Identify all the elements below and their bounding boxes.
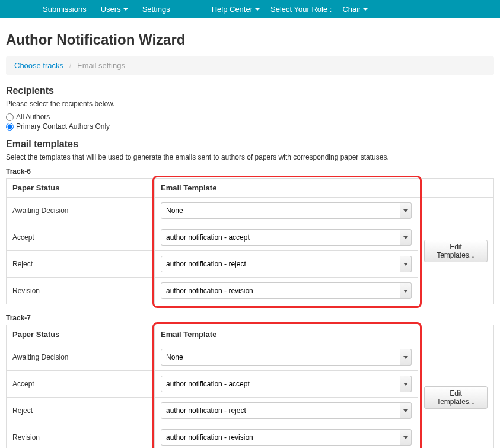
email-template-cell: author notification - accept bbox=[155, 224, 418, 251]
paper-status-cell: Reject bbox=[7, 251, 155, 278]
action-header bbox=[418, 179, 494, 198]
nav-help-center[interactable]: Help Center bbox=[205, 5, 267, 14]
track-label: Track-7 bbox=[6, 314, 494, 322]
paper-status-header: Paper Status bbox=[7, 179, 155, 198]
nav-submissions[interactable]: Submissions bbox=[36, 5, 94, 14]
nav-help-center-label: Help Center bbox=[212, 5, 253, 14]
email-template-cell: author notification - accept bbox=[155, 371, 418, 398]
role-dropdown[interactable]: Chair bbox=[335, 5, 375, 14]
paper-status-cell: Accept bbox=[7, 371, 155, 398]
email-template-cell: None bbox=[155, 198, 418, 224]
nav-settings[interactable]: Settings bbox=[135, 5, 177, 14]
email-template-cell: author notification - revision bbox=[155, 278, 418, 304]
breadcrumb: Choose tracks / Email settings bbox=[6, 56, 494, 75]
action-header bbox=[418, 325, 494, 344]
email-template-cell: author notification - reject bbox=[155, 398, 418, 424]
email-templates-description: Select the templates that will be used t… bbox=[6, 153, 494, 161]
radio-all-authors-input[interactable] bbox=[6, 113, 14, 121]
template-table: Paper StatusEmail TemplateAwaiting Decis… bbox=[6, 178, 494, 304]
email-template-select[interactable]: author notification - accept bbox=[161, 229, 412, 246]
page-title: Author Notification Wizard bbox=[6, 31, 494, 48]
edit-templates-button[interactable]: Edit Templates... bbox=[424, 386, 488, 409]
radio-all-authors-label: All Authors bbox=[16, 113, 50, 121]
email-template-select[interactable]: author notification - accept bbox=[161, 376, 412, 392]
email-template-select[interactable]: author notification - reject bbox=[161, 256, 412, 272]
navbar: Submissions Users Settings Help Center S… bbox=[0, 0, 500, 18]
action-cell: Edit Templates... bbox=[418, 344, 494, 449]
track-label: Track-6 bbox=[6, 167, 494, 176]
paper-status-cell: Revision bbox=[7, 424, 155, 449]
radio-all-authors[interactable]: All Authors bbox=[6, 113, 494, 121]
email-templates-heading: Email templates bbox=[6, 139, 494, 150]
table-row: Awaiting DecisionNoneEdit Templates... bbox=[7, 198, 494, 224]
email-template-header: Email Template bbox=[155, 179, 418, 198]
paper-status-cell: Awaiting Decision bbox=[7, 198, 155, 224]
email-template-cell: None bbox=[155, 344, 418, 371]
action-cell: Edit Templates... bbox=[418, 198, 494, 304]
paper-status-cell: Awaiting Decision bbox=[7, 344, 155, 371]
email-template-select[interactable]: None bbox=[161, 202, 412, 219]
breadcrumb-separator: / bbox=[66, 61, 75, 70]
recipients-radio-group: All Authors Primary Contact Authors Only bbox=[6, 113, 494, 131]
caret-icon bbox=[255, 8, 260, 11]
nav-users[interactable]: Users bbox=[94, 5, 135, 14]
email-template-cell: author notification - revision bbox=[155, 424, 418, 449]
caret-icon bbox=[363, 8, 368, 11]
paper-status-header: Paper Status bbox=[7, 325, 155, 344]
paper-status-cell: Reject bbox=[7, 398, 155, 424]
caret-icon bbox=[123, 8, 128, 11]
track-table-wrap: Paper StatusEmail TemplateAwaiting Decis… bbox=[6, 325, 494, 448]
select-role-label: Select Your Role : bbox=[267, 5, 335, 14]
email-template-select[interactable]: author notification - revision bbox=[161, 282, 412, 299]
email-template-cell: author notification - reject bbox=[155, 251, 418, 278]
recipients-description: Please select the recipients below. bbox=[6, 100, 494, 108]
email-template-select[interactable]: None bbox=[161, 349, 412, 366]
paper-status-cell: Accept bbox=[7, 224, 155, 251]
edit-templates-button[interactable]: Edit Templates... bbox=[424, 240, 488, 262]
paper-status-cell: Revision bbox=[7, 278, 155, 304]
email-template-select[interactable]: author notification - reject bbox=[161, 402, 412, 419]
nav-users-label: Users bbox=[101, 5, 121, 14]
track-table-wrap: Paper StatusEmail TemplateAwaiting Decis… bbox=[6, 178, 494, 304]
role-selected: Chair bbox=[342, 5, 361, 14]
email-template-select[interactable]: author notification - revision bbox=[161, 429, 412, 446]
email-template-header: Email Template bbox=[155, 325, 418, 344]
radio-primary-contact[interactable]: Primary Contact Authors Only bbox=[6, 122, 494, 131]
radio-primary-contact-label: Primary Contact Authors Only bbox=[16, 122, 110, 131]
radio-primary-contact-input[interactable] bbox=[6, 123, 14, 131]
template-table: Paper StatusEmail TemplateAwaiting Decis… bbox=[6, 325, 494, 448]
recipients-heading: Recipients bbox=[6, 85, 494, 96]
table-row: Awaiting DecisionNoneEdit Templates... bbox=[7, 344, 494, 371]
breadcrumb-choose-tracks[interactable]: Choose tracks bbox=[14, 61, 63, 70]
breadcrumb-email-settings: Email settings bbox=[77, 61, 125, 70]
